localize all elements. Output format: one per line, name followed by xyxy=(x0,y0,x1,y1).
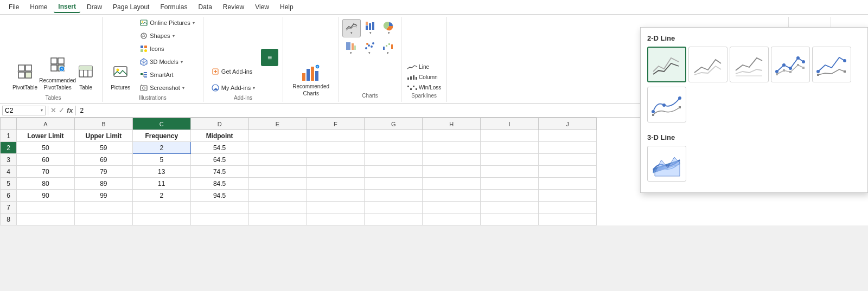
line-chart-option-3[interactable] xyxy=(730,47,769,82)
cell-j4[interactable] xyxy=(539,166,597,178)
cell-g5[interactable] xyxy=(365,178,423,190)
screenshot-button[interactable]: Screenshot ▾ xyxy=(136,82,199,94)
menu-review[interactable]: Review xyxy=(219,2,248,12)
confirm-icon[interactable]: ✓ xyxy=(59,106,65,114)
cell-e5[interactable] xyxy=(248,178,307,190)
cell-d8[interactable] xyxy=(190,214,248,225)
cell-h5[interactable] xyxy=(423,178,481,190)
cell-j1[interactable] xyxy=(539,130,597,142)
cell-g3[interactable] xyxy=(365,154,423,166)
get-addins-button[interactable]: Get Add-ins xyxy=(208,66,259,77)
col-header-b[interactable]: B xyxy=(74,118,132,130)
cell-j7[interactable] xyxy=(539,202,597,214)
cell-e2[interactable] xyxy=(248,142,307,154)
cell-h1[interactable] xyxy=(423,130,481,142)
cell-b5[interactable]: 89 xyxy=(74,178,132,190)
recommended-charts-button[interactable]: ? RecommendedCharts xyxy=(288,61,334,100)
col-header-i[interactable]: I xyxy=(481,118,539,130)
cell-e3[interactable] xyxy=(248,154,307,166)
cell-a7[interactable] xyxy=(17,202,75,214)
menu-formulas[interactable]: Formulas xyxy=(156,2,192,12)
online-pictures-button[interactable]: Online Pictures ▾ xyxy=(136,17,199,29)
cell-c8[interactable] xyxy=(132,214,190,225)
menu-pagelayout[interactable]: Page Layout xyxy=(108,2,154,12)
cell-c3[interactable]: 5 xyxy=(132,154,190,166)
scatter-chart-group[interactable]: ▾ xyxy=(361,40,378,57)
cell-j5[interactable] xyxy=(539,178,597,190)
cell-g2[interactable] xyxy=(365,142,423,154)
cell-f5[interactable] xyxy=(307,178,365,190)
line-chart-option-6[interactable] xyxy=(647,87,686,122)
cell-c2[interactable]: 2 xyxy=(132,142,190,154)
bar-chart-group[interactable]: ▾ xyxy=(362,20,379,37)
col-header-g[interactable]: G xyxy=(365,118,423,130)
cell-d4[interactable]: 74.5 xyxy=(190,166,248,178)
pivottable-button[interactable]: PivotTable xyxy=(9,61,41,94)
line-chart-option-4[interactable] xyxy=(771,47,810,82)
table-button[interactable]: Table xyxy=(74,61,98,94)
cell-h6[interactable] xyxy=(423,190,481,202)
shapes-button[interactable]: Shapes ▾ xyxy=(136,30,199,42)
cell-h8[interactable] xyxy=(423,214,481,225)
cell-e8[interactable] xyxy=(248,214,307,225)
cell-b8[interactable] xyxy=(74,214,132,225)
cell-g6[interactable] xyxy=(365,190,423,202)
cell-d1[interactable]: Midpoint xyxy=(190,130,248,142)
cell-b7[interactable] xyxy=(74,202,132,214)
cell-d2[interactable]: 54.5 xyxy=(190,142,248,154)
pictures-button[interactable]: Pictures xyxy=(107,61,134,94)
cell-i8[interactable] xyxy=(481,214,539,225)
cell-h2[interactable] xyxy=(423,142,481,154)
cell-e7[interactable] xyxy=(248,202,307,214)
addin-square-button[interactable]: ≡ xyxy=(261,49,278,66)
menu-data[interactable]: Data xyxy=(194,2,216,12)
cell-a8[interactable] xyxy=(17,214,75,225)
cell-h7[interactable] xyxy=(423,202,481,214)
cell-f2[interactable] xyxy=(307,142,365,154)
cell-b6[interactable]: 99 xyxy=(74,190,132,202)
col-header-j[interactable]: J xyxy=(539,118,597,130)
menu-file[interactable]: File xyxy=(4,2,23,12)
cell-b2[interactable]: 59 xyxy=(74,142,132,154)
cell-c7[interactable] xyxy=(132,202,190,214)
col-header-c[interactable]: C xyxy=(132,118,190,130)
line-sparkline-button[interactable]: Line xyxy=(405,63,443,71)
3d-line-chart-option-1[interactable] xyxy=(647,146,686,182)
cell-g7[interactable] xyxy=(365,202,423,214)
cell-c1[interactable]: Frequency xyxy=(132,130,190,142)
icons-button[interactable]: Icons xyxy=(136,43,199,55)
cell-g1[interactable] xyxy=(365,130,423,142)
line-chart-option-2[interactable] xyxy=(688,47,727,82)
col-header-a[interactable]: A xyxy=(17,118,75,130)
cell-a3[interactable]: 60 xyxy=(17,154,75,166)
cell-d7[interactable] xyxy=(190,202,248,214)
line-chart-option-5[interactable] xyxy=(812,47,851,82)
cell-c4[interactable]: 13 xyxy=(132,166,190,178)
col-header-e[interactable]: E xyxy=(248,118,307,130)
cell-i2[interactable] xyxy=(481,142,539,154)
menu-draw[interactable]: Draw xyxy=(82,2,106,12)
cell-a1[interactable]: Lower Limit xyxy=(17,130,75,142)
function-icon[interactable]: fx xyxy=(67,106,73,114)
cell-e1[interactable] xyxy=(248,130,307,142)
menu-insert[interactable]: Insert xyxy=(54,1,80,13)
cell-j3[interactable] xyxy=(539,154,597,166)
cell-d5[interactable]: 84.5 xyxy=(190,178,248,190)
cell-f8[interactable] xyxy=(307,214,365,225)
cell-b3[interactable]: 69 xyxy=(74,154,132,166)
cell-b1[interactable]: Upper Limit xyxy=(74,130,132,142)
cell-i5[interactable] xyxy=(481,178,539,190)
cell-a6[interactable]: 90 xyxy=(17,190,75,202)
col-header-f[interactable]: F xyxy=(307,118,365,130)
cell-h4[interactable] xyxy=(423,166,481,178)
cell-j6[interactable] xyxy=(539,190,597,202)
hierarchy-chart-group[interactable]: ▾ xyxy=(342,40,360,57)
cell-i7[interactable] xyxy=(481,202,539,214)
cell-b4[interactable]: 79 xyxy=(74,166,132,178)
cell-e4[interactable] xyxy=(248,166,307,178)
menu-home[interactable]: Home xyxy=(25,2,52,12)
cell-a5[interactable]: 80 xyxy=(17,178,75,190)
cell-c6[interactable]: 2 xyxy=(132,190,190,202)
cell-i3[interactable] xyxy=(481,154,539,166)
line-chart-group[interactable]: ▾ xyxy=(342,19,361,37)
